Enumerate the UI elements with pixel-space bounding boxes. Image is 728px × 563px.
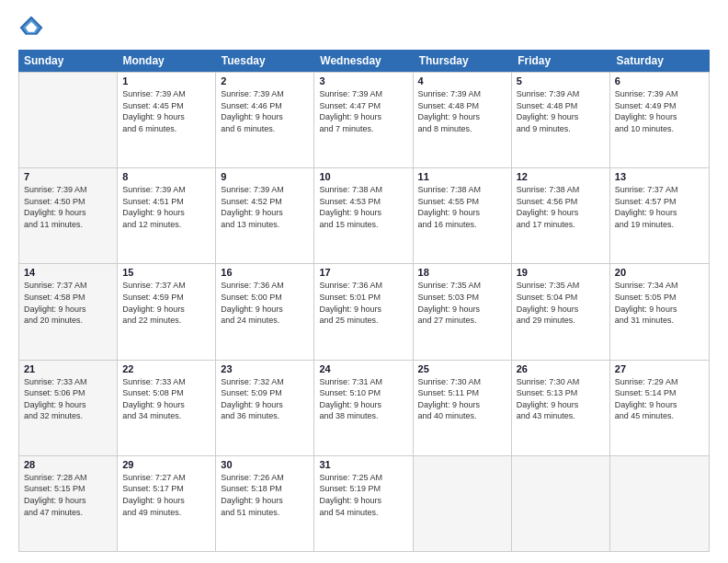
cell-line: Sunset: 4:57 PM bbox=[615, 196, 704, 208]
calendar-cell: 13Sunrise: 7:37 AMSunset: 4:57 PMDayligh… bbox=[610, 168, 709, 263]
cell-line: Sunset: 4:52 PM bbox=[221, 196, 309, 208]
weekday-header: Saturday bbox=[611, 50, 710, 72]
calendar-cell: 16Sunrise: 7:36 AMSunset: 5:00 PMDayligh… bbox=[216, 264, 314, 359]
cell-line: Daylight: 9 hours bbox=[615, 399, 704, 411]
logo bbox=[18, 15, 48, 40]
calendar: SundayMondayTuesdayWednesdayThursdayFrid… bbox=[18, 50, 710, 552]
day-number: 27 bbox=[615, 363, 704, 374]
cell-line: Daylight: 9 hours bbox=[221, 495, 309, 507]
cell-line: Sunset: 5:01 PM bbox=[319, 292, 407, 304]
calendar-cell: 18Sunrise: 7:35 AMSunset: 5:03 PMDayligh… bbox=[414, 264, 512, 359]
cell-line: Sunset: 5:18 PM bbox=[221, 483, 309, 495]
calendar-cell: 21Sunrise: 7:33 AMSunset: 5:06 PMDayligh… bbox=[19, 361, 118, 455]
day-number: 8 bbox=[122, 171, 210, 182]
cell-line: and 51 minutes. bbox=[221, 507, 309, 519]
calendar-cell: 1Sunrise: 7:39 AMSunset: 4:45 PMDaylight… bbox=[118, 73, 216, 167]
cell-line: Sunrise: 7:39 AM bbox=[615, 88, 704, 100]
day-number: 5 bbox=[517, 75, 605, 86]
cell-line: Sunrise: 7:37 AM bbox=[24, 280, 112, 292]
calendar-row: 7Sunrise: 7:39 AMSunset: 4:50 PMDaylight… bbox=[19, 167, 709, 263]
cell-line: Daylight: 9 hours bbox=[221, 399, 309, 411]
cell-line: and 6 minutes. bbox=[122, 123, 210, 135]
cell-line: Sunset: 4:56 PM bbox=[517, 196, 605, 208]
day-number: 28 bbox=[24, 459, 112, 470]
cell-line: and 12 minutes. bbox=[122, 219, 210, 231]
cell-line: Sunset: 4:59 PM bbox=[122, 292, 210, 304]
cell-line: Sunset: 4:55 PM bbox=[418, 196, 506, 208]
cell-line: Sunset: 5:14 PM bbox=[615, 387, 704, 399]
cell-line: and 34 minutes. bbox=[122, 410, 210, 422]
calendar-cell bbox=[414, 456, 512, 551]
cell-line: Daylight: 9 hours bbox=[24, 304, 112, 316]
cell-line: Sunset: 4:53 PM bbox=[319, 196, 407, 208]
calendar-cell: 17Sunrise: 7:36 AMSunset: 5:01 PMDayligh… bbox=[314, 264, 413, 359]
cell-line: Daylight: 9 hours bbox=[615, 304, 704, 316]
cell-line: Sunrise: 7:30 AM bbox=[418, 376, 506, 388]
weekday-header: Wednesday bbox=[314, 50, 413, 72]
cell-line: Daylight: 9 hours bbox=[319, 111, 407, 123]
calendar-cell: 4Sunrise: 7:39 AMSunset: 4:48 PMDaylight… bbox=[414, 73, 512, 167]
calendar-row: 1Sunrise: 7:39 AMSunset: 4:45 PMDaylight… bbox=[19, 72, 709, 167]
cell-line: Sunrise: 7:39 AM bbox=[517, 88, 605, 100]
cell-line: Daylight: 9 hours bbox=[319, 207, 407, 219]
cell-line: and 7 minutes. bbox=[319, 123, 407, 135]
cell-line: and 22 minutes. bbox=[122, 315, 210, 327]
calendar-cell: 26Sunrise: 7:30 AMSunset: 5:13 PMDayligh… bbox=[512, 361, 610, 455]
page: SundayMondayTuesdayWednesdayThursdayFrid… bbox=[0, 0, 728, 563]
calendar-cell: 10Sunrise: 7:38 AMSunset: 4:53 PMDayligh… bbox=[314, 168, 413, 263]
day-number: 2 bbox=[221, 75, 309, 86]
day-number: 19 bbox=[517, 267, 605, 278]
cell-line: and 43 minutes. bbox=[517, 410, 605, 422]
cell-line: Sunrise: 7:35 AM bbox=[517, 280, 605, 292]
cell-line: and 20 minutes. bbox=[24, 315, 112, 327]
cell-line: Sunset: 5:05 PM bbox=[615, 292, 704, 304]
cell-line: Sunrise: 7:33 AM bbox=[122, 376, 210, 388]
day-number: 7 bbox=[24, 171, 112, 182]
day-number: 12 bbox=[517, 171, 605, 182]
calendar-cell: 11Sunrise: 7:38 AMSunset: 4:55 PMDayligh… bbox=[414, 168, 512, 263]
cell-line: and 49 minutes. bbox=[122, 507, 210, 519]
cell-line: Sunrise: 7:38 AM bbox=[517, 184, 605, 196]
weekday-header: Thursday bbox=[414, 50, 512, 72]
cell-line: and 40 minutes. bbox=[418, 410, 506, 422]
cell-line: Sunset: 5:09 PM bbox=[221, 387, 309, 399]
calendar-cell: 2Sunrise: 7:39 AMSunset: 4:46 PMDaylight… bbox=[216, 73, 314, 167]
cell-line: Sunrise: 7:37 AM bbox=[122, 280, 210, 292]
calendar-cell bbox=[19, 73, 118, 167]
calendar-cell: 5Sunrise: 7:39 AMSunset: 4:48 PMDaylight… bbox=[512, 73, 610, 167]
cell-line: and 54 minutes. bbox=[319, 507, 407, 519]
cell-line: Sunset: 4:58 PM bbox=[24, 292, 112, 304]
cell-line: Sunrise: 7:31 AM bbox=[319, 376, 407, 388]
day-number: 24 bbox=[319, 363, 407, 374]
cell-line: Sunrise: 7:32 AM bbox=[221, 376, 309, 388]
day-number: 20 bbox=[615, 267, 704, 278]
cell-line: Daylight: 9 hours bbox=[319, 495, 407, 507]
calendar-cell: 9Sunrise: 7:39 AMSunset: 4:52 PMDaylight… bbox=[216, 168, 314, 263]
day-number: 29 bbox=[122, 459, 210, 470]
cell-line: Sunrise: 7:39 AM bbox=[418, 88, 506, 100]
cell-line: Sunrise: 7:33 AM bbox=[24, 376, 112, 388]
cell-line: Daylight: 9 hours bbox=[615, 207, 704, 219]
cell-line: Sunrise: 7:36 AM bbox=[221, 280, 309, 292]
cell-line: and 11 minutes. bbox=[24, 219, 112, 231]
cell-line: Daylight: 9 hours bbox=[122, 399, 210, 411]
calendar-cell: 22Sunrise: 7:33 AMSunset: 5:08 PMDayligh… bbox=[118, 361, 216, 455]
cell-line: Sunset: 4:47 PM bbox=[319, 100, 407, 112]
cell-line: Sunrise: 7:35 AM bbox=[418, 280, 506, 292]
calendar-cell: 31Sunrise: 7:25 AMSunset: 5:19 PMDayligh… bbox=[314, 456, 413, 551]
cell-line: Sunset: 5:04 PM bbox=[517, 292, 605, 304]
cell-line: Sunrise: 7:39 AM bbox=[319, 88, 407, 100]
calendar-row: 14Sunrise: 7:37 AMSunset: 4:58 PMDayligh… bbox=[19, 263, 709, 359]
cell-line: and 6 minutes. bbox=[221, 123, 309, 135]
cell-line: Daylight: 9 hours bbox=[319, 304, 407, 316]
cell-line: and 31 minutes. bbox=[615, 315, 704, 327]
day-number: 23 bbox=[221, 363, 309, 374]
cell-line: Daylight: 9 hours bbox=[221, 304, 309, 316]
cell-line: and 15 minutes. bbox=[319, 219, 407, 231]
logo-icon bbox=[18, 15, 44, 40]
cell-line: Daylight: 9 hours bbox=[24, 495, 112, 507]
cell-line: Daylight: 9 hours bbox=[122, 495, 210, 507]
calendar-cell: 20Sunrise: 7:34 AMSunset: 5:05 PMDayligh… bbox=[610, 264, 709, 359]
day-number: 13 bbox=[615, 171, 704, 182]
day-number: 9 bbox=[221, 171, 309, 182]
